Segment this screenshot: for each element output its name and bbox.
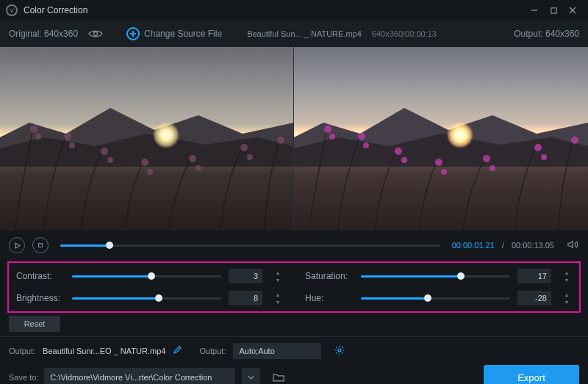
svg-point-25	[401, 157, 407, 163]
seek-fill	[60, 244, 110, 247]
brightness-label: Brightness:	[16, 293, 65, 303]
output-label-2: Output:	[199, 347, 226, 355]
time-current: 00:00:01.21	[452, 241, 495, 250]
svg-point-10	[69, 142, 75, 148]
output-row: Output: Beautiful Sunr...EO _ NATUR.mp4 …	[9, 343, 579, 359]
svg-point-29	[490, 165, 495, 171]
output-settings-gear-icon[interactable]	[334, 345, 345, 357]
output-format-text: Auto;Auto	[239, 347, 274, 355]
hue-value[interactable]: -28	[517, 291, 551, 305]
svg-point-32	[571, 137, 578, 144]
svg-line-39	[337, 347, 337, 347]
save-row: Save to: C:\Vidmore\Vidmore Vi...rter\Co…	[9, 365, 579, 384]
svg-line-41	[343, 347, 343, 347]
seek-slider[interactable]	[60, 241, 440, 250]
timeline-row: 00:00:01.21/00:00:13.05	[0, 231, 588, 260]
change-source-button[interactable]: Change Source File	[144, 29, 222, 39]
svg-point-18	[247, 154, 253, 160]
svg-point-30	[534, 144, 542, 151]
svg-point-8	[35, 134, 41, 140]
saturation-row: Saturation: 17 ▲▼	[305, 269, 572, 283]
svg-point-9	[64, 133, 71, 140]
brightness-row: Brightness: 8 ▲▼	[16, 291, 283, 305]
svg-point-22	[358, 133, 365, 140]
output-filename: Beautiful Sunr...EO _ NATUR.mp4	[43, 347, 165, 355]
svg-point-15	[189, 155, 196, 162]
svg-point-19	[277, 137, 284, 144]
preview-eye-icon[interactable]	[88, 29, 103, 39]
svg-point-14	[147, 169, 153, 175]
add-source-icon[interactable]	[126, 27, 140, 40]
maximize-button[interactable]	[544, 3, 563, 18]
stop-button[interactable]	[32, 237, 49, 253]
save-path-dropdown[interactable]	[241, 368, 260, 384]
original-dimensions-label: Original: 640x360	[9, 29, 78, 39]
preview-area	[0, 47, 588, 231]
svg-point-11	[101, 148, 108, 155]
output-dimensions-label: Output: 640x360	[514, 29, 579, 39]
svg-point-16	[196, 165, 201, 171]
brightness-slider[interactable]	[72, 294, 221, 303]
title-text: Color Correction	[24, 5, 87, 15]
save-path-text: C:\Vidmore\Vidmore Vi...rter\Color Corre…	[50, 373, 212, 382]
output-format-box[interactable]: Auto;Auto	[233, 343, 321, 359]
saturation-value[interactable]: 17	[517, 269, 551, 283]
hue-label: Hue:	[305, 293, 354, 303]
contrast-row: Contrast: 3 ▲▼	[16, 269, 283, 283]
save-to-label: Save to:	[9, 373, 38, 382]
hue-spinner[interactable]: ▲▼	[562, 291, 572, 305]
saturation-label: Saturation:	[305, 271, 354, 281]
svg-point-4	[94, 32, 98, 36]
svg-point-23	[363, 142, 369, 148]
play-button[interactable]	[9, 237, 25, 253]
edit-output-name-icon[interactable]	[173, 346, 182, 356]
hue-slider[interactable]	[361, 294, 510, 303]
time-sep: /	[502, 241, 504, 250]
preview-corrected	[294, 47, 588, 231]
reset-button[interactable]: Reset	[9, 316, 60, 332]
source-filename: Beautiful Sun... _ NATURE.mp4	[247, 29, 362, 38]
svg-rect-33	[39, 244, 43, 247]
svg-line-40	[343, 352, 343, 353]
svg-point-28	[483, 155, 490, 162]
volume-icon[interactable]	[567, 239, 579, 252]
preview-original	[0, 47, 294, 231]
saturation-slider[interactable]	[361, 272, 510, 280]
toolbar: Original: 640x360 Change Source File Bea…	[0, 21, 588, 47]
app-logo-icon	[6, 4, 18, 16]
svg-rect-1	[551, 7, 556, 12]
svg-point-20	[324, 126, 331, 133]
svg-point-21	[329, 134, 335, 140]
contrast-slider[interactable]	[72, 272, 221, 280]
svg-point-24	[395, 148, 402, 155]
svg-point-26	[435, 159, 442, 166]
svg-point-31	[541, 154, 547, 160]
source-dims-duration: 640x360/00:00:13	[372, 29, 437, 38]
contrast-spinner[interactable]: ▲▼	[273, 269, 283, 283]
saturation-spinner[interactable]: ▲▼	[562, 269, 572, 283]
seek-thumb[interactable]	[106, 242, 113, 249]
hue-row: Hue: -28 ▲▼	[305, 291, 572, 305]
footer: Output: Beautiful Sunr...EO _ NATUR.mp4 …	[0, 343, 588, 384]
brightness-value[interactable]: 8	[229, 291, 262, 305]
minimize-button[interactable]	[525, 3, 544, 18]
color-controls-panel: Contrast: 3 ▲▼ Saturation: 17 ▲▼ Brightn…	[7, 261, 581, 313]
output-label-1: Output:	[9, 347, 35, 355]
export-button[interactable]: Export	[484, 365, 579, 384]
divider	[0, 336, 588, 337]
close-button[interactable]	[563, 3, 582, 18]
titlebar: Color Correction	[0, 0, 588, 21]
brightness-spinner[interactable]: ▲▼	[273, 291, 283, 305]
svg-point-12	[107, 157, 113, 163]
svg-point-27	[441, 169, 447, 175]
svg-point-7	[30, 126, 37, 133]
svg-line-42	[337, 352, 337, 353]
svg-point-17	[240, 144, 248, 151]
contrast-label: Contrast:	[16, 271, 65, 281]
open-folder-icon[interactable]	[269, 368, 288, 384]
contrast-value[interactable]: 3	[229, 269, 262, 283]
svg-point-13	[141, 159, 148, 166]
save-path-box[interactable]: C:\Vidmore\Vidmore Vi...rter\Color Corre…	[44, 368, 235, 384]
time-total: 00:00:13.05	[512, 241, 554, 250]
svg-point-34	[339, 349, 342, 352]
